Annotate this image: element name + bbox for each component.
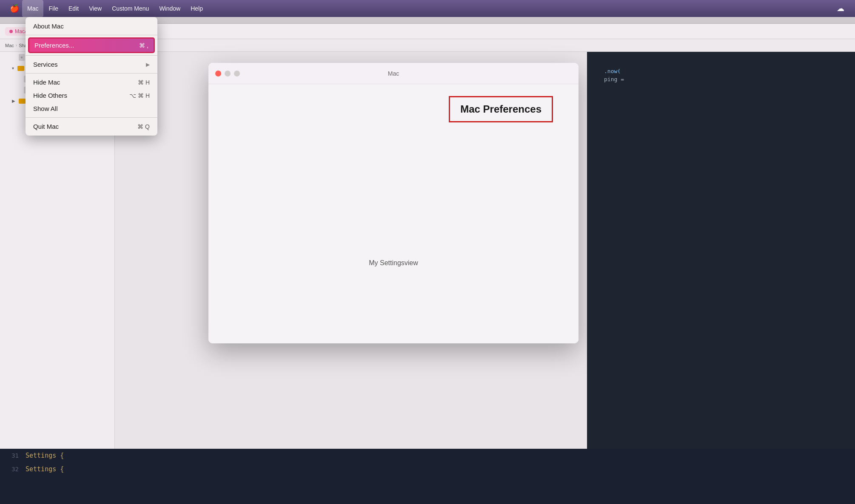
mac-dropdown-menu: About Mac Preferences... ⌘ , Services ▶ … <box>26 17 157 136</box>
mac-window-body: Mac Preferences My Settingsview <box>208 84 579 343</box>
file-tab-dot <box>9 30 13 33</box>
line-num-31: 31 <box>0 452 26 459</box>
products-disclosure-icon: ▶ <box>12 99 15 103</box>
apple-menu-icon[interactable]: 🍎 <box>7 0 22 17</box>
menu-edit[interactable]: Edit <box>63 0 84 17</box>
mac-window-traffic-lights <box>215 71 240 76</box>
code-ping-text: ping = <box>604 76 624 82</box>
plist-file-icon: ≡ <box>19 54 25 61</box>
bc-label-mac: Mac <box>5 43 14 48</box>
quit-mac-shortcut: ⌘ Q <box>137 123 150 130</box>
mac-app-window: Mac Mac Preferences My Settingsview <box>208 63 579 343</box>
settings-code-text-2: Settings { <box>26 465 64 473</box>
menu-mac[interactable]: Mac <box>22 0 43 17</box>
hide-others-shortcut: ⌥ ⌘ H <box>129 92 150 99</box>
mac-fullscreen-button[interactable] <box>234 71 240 76</box>
code-editor-panel: .now( ping = <box>587 52 855 504</box>
menu-item-hide-mac[interactable]: Hide Mac ⌘ H <box>26 76 157 89</box>
macos-disclosure-icon: ▾ <box>12 66 14 71</box>
cloud-icon[interactable]: ☁ <box>833 0 848 17</box>
menu-divider-2 <box>26 55 157 56</box>
menu-view[interactable]: View <box>84 0 107 17</box>
menu-divider-1 <box>26 35 157 35</box>
hide-mac-shortcut: ⌘ H <box>138 79 150 86</box>
menu-help[interactable]: Help <box>185 0 208 17</box>
menu-item-quit-mac[interactable]: Quit Mac ⌘ Q <box>26 120 157 133</box>
menu-custom-menu[interactable]: Custom Menu <box>107 0 154 17</box>
preferences-shortcut: ⌘ , <box>139 42 148 49</box>
code-now-text: .now( <box>604 68 621 74</box>
mac-window-titlebar: Mac <box>208 63 579 84</box>
breadcrumb-mac-item: Mac <box>5 43 14 48</box>
menu-bar: 🍎 Mac File Edit View Custom Menu Window … <box>0 0 855 17</box>
mac-close-button[interactable] <box>215 71 221 76</box>
macos-folder-icon <box>17 66 24 71</box>
code-line-now: .now( <box>587 67 855 75</box>
code-line-ping: ping = <box>587 75 855 83</box>
menu-item-about-mac[interactable]: About Mac <box>26 20 157 33</box>
menu-file[interactable]: File <box>43 0 63 17</box>
code-content-area: .now( ping = <box>587 59 855 92</box>
bottom-code-line-31: 31 Settings { <box>0 449 855 462</box>
menu-window[interactable]: Window <box>154 0 185 17</box>
bc-arrow-1: › <box>16 43 17 48</box>
menu-item-preferences[interactable]: Preferences... ⌘ , <box>28 37 155 53</box>
products-folder-icon <box>19 99 26 104</box>
mac-window-title: Mac <box>388 70 399 77</box>
bottom-code-line-32: 32 Settings { <box>0 462 855 476</box>
menu-divider-3 <box>26 73 157 74</box>
menu-item-hide-others[interactable]: Hide Others ⌥ ⌘ H <box>26 89 157 102</box>
bottom-code-strip: 31 Settings { 32 Settings { <box>0 449 855 504</box>
line-num-32: 32 <box>0 466 26 473</box>
menu-bar-right: ☁ <box>833 0 848 17</box>
menu-divider-4 <box>26 117 157 118</box>
menu-item-show-all[interactable]: Show All <box>26 102 157 115</box>
settings-code-text: Settings { <box>26 452 64 459</box>
mac-minimize-button[interactable] <box>225 71 231 76</box>
mac-settings-text: My Settingsview <box>369 259 418 267</box>
menu-item-services[interactable]: Services ▶ <box>26 58 157 71</box>
mac-preferences-label: Mac Preferences <box>449 96 553 122</box>
services-arrow-icon: ▶ <box>146 62 150 68</box>
